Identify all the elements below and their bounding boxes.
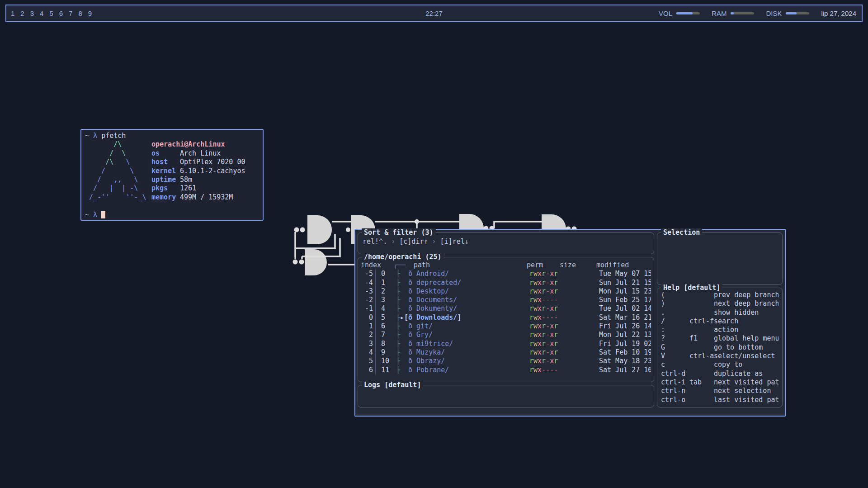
help-item: /ctrl-fsearch (661, 317, 778, 326)
file-table: index╭──pathpermsizemodified -50├ð Andro… (358, 257, 654, 374)
file-row-deprecated[interactable]: -41├ð deprecated/rwxr-xrSun Jul 21 15: (361, 279, 651, 287)
workspace-button-7[interactable]: 7 (69, 9, 72, 17)
file-row-Dokumenty[interactable]: -14├ð Dokumenty/rwxr-xrTue Jul 02 14: (361, 304, 651, 313)
file-rows: -50├ð Android/rwxr-xrTue May 07 15:-41├ð… (361, 270, 651, 374)
file-list-panel: /home/operachi (25) index╭──pathpermsize… (358, 257, 654, 382)
workspace-button-2[interactable]: 2 (20, 9, 24, 17)
help-item: ctrl-nnext selection (661, 387, 778, 395)
workspace-button-5[interactable]: 5 (49, 9, 53, 17)
file-row-Muzyka[interactable]: 49├ð Muzyka/rwxr-xrSat Feb 10 19: (361, 348, 651, 357)
column-perm: perm (527, 261, 560, 270)
meter-disk: DISK (766, 9, 809, 17)
fetch-info-row-kernel: kernel6.10.1-2-cachyos (151, 167, 245, 175)
prompt-line-2[interactable]: ~ λ (85, 211, 259, 219)
workspace-button-8[interactable]: 8 (78, 9, 82, 17)
fetch-user-host: operachi@ArchLinux (151, 140, 245, 149)
workspace-button-6[interactable]: 6 (59, 9, 63, 17)
help-item: ctrl-dduplicate as (661, 370, 778, 378)
clock: 22:27 (425, 9, 443, 17)
fetch-info-row-memory: memory499M / 15932M (151, 193, 245, 202)
meter-track (731, 12, 754, 14)
help-item: .show hidden (661, 308, 778, 317)
current-path-title: /home/operachi (25) (362, 253, 444, 261)
prompt-path: ~ (85, 132, 89, 140)
terminal-cursor (101, 211, 105, 218)
help-item: ctrl-itabnext visited pat (661, 378, 778, 387)
column-size: size (560, 261, 596, 270)
help-panel: Help [default] (prev deep branch)next de… (657, 288, 783, 407)
help-item: ccopy to (661, 360, 778, 369)
file-row-mi9trice[interactable]: 38├ð mi9trice/rwxr-xrFri Jul 19 02: (361, 340, 651, 348)
help-item: )next deep branch (661, 299, 778, 308)
file-table-header: index╭──pathpermsizemodified (361, 261, 651, 270)
top-bar: 123456789 22:27 VOLRAMDISKlip 27, 2024 (5, 5, 863, 22)
prompt-symbol: λ (93, 211, 97, 219)
file-row-Documents[interactable]: -23├ð Documents/rwx----Sun Feb 25 17: (361, 296, 651, 304)
file-row-Android[interactable]: -50├ð Android/rwxr-xrTue May 07 15: (361, 270, 651, 278)
xplr-window[interactable]: Sort & filter (3) rel!^. › [c]dir↑ › [i]… (354, 229, 786, 417)
workspace-button-4[interactable]: 4 (40, 9, 43, 17)
help-item: ?f1global help menu (661, 334, 778, 343)
fetch-info-row-uptime: uptime58m (151, 175, 245, 184)
prompt-symbol: λ (93, 132, 97, 140)
sort-filter-title: Sort & filter (3) (362, 228, 436, 237)
status-meters: VOLRAMDISKlip 27, 2024 (659, 9, 862, 17)
workspace-button-3[interactable]: 3 (30, 9, 34, 17)
column-path: path (414, 261, 527, 270)
help-item: ctrl-olast visited pat (661, 396, 778, 404)
file-row-git[interactable]: 16├ð git/rwxr-xrFri Jul 26 14: (361, 322, 651, 331)
file-row-Gry[interactable]: 27├ð Gry/rwxr-xrMon Jul 22 13: (361, 331, 651, 339)
workspace-button-1[interactable]: 1 (11, 9, 14, 17)
workspace-button-9[interactable]: 9 (88, 9, 92, 17)
help-item: Ggo to bottom (661, 343, 778, 352)
fetch-info-row-pkgs: pkgs1261 (151, 184, 245, 193)
help-items: (prev deep branch)next deep branch.show … (657, 288, 782, 404)
fetch-info: operachi@ArchLinux osArch LinuxhostOptiP… (151, 140, 245, 202)
file-row-Downloads[interactable]: 05├▸[ð Downloads/]rwx----Sat Mar 16 21: (361, 313, 651, 322)
prompt-line: ~ λ pfetch (85, 132, 259, 140)
meter-ram: RAM (712, 9, 754, 17)
selection-title: Selection (661, 228, 702, 237)
selection-panel: Selection (657, 232, 783, 285)
meter-track (786, 12, 809, 14)
logs-title: Logs [default] (362, 381, 423, 389)
arch-ascii-logo: /\ / \ /\ \ / \ / ,, \ / | | -\ /_-'' ''… (85, 140, 151, 202)
meter-vol: VOL (659, 9, 700, 17)
sort-filter-panel: Sort & filter (3) rel!^. › [c]dir↑ › [i]… (358, 232, 654, 254)
blank-line (85, 202, 259, 210)
logs-panel: Logs [default] (358, 385, 654, 407)
terminal-window[interactable]: ~ λ pfetch /\ / \ /\ \ / \ / ,, \ / | | … (80, 129, 264, 221)
fetch-info-row-os: osArch Linux (151, 149, 245, 158)
tree-corner-glyph: ╭── (393, 261, 414, 270)
help-item: Vctrl-aselect/unselect (661, 352, 778, 360)
column-modified: modified (596, 261, 651, 270)
fetch-info-rows: osArch LinuxhostOptiPlex 7020 00kernel6.… (151, 149, 245, 202)
date-display: lip 27, 2024 (821, 9, 856, 17)
meter-track (676, 12, 700, 14)
prompt-path: ~ (85, 211, 89, 219)
column-index: index (361, 261, 393, 270)
command-text: pfetch (101, 132, 126, 140)
file-row-Obrazy[interactable]: 510├ð Obrazy/rwxr-xrSat May 18 23: (361, 357, 651, 365)
fetch-info-row-host: hostOptiPlex 7020 00 (151, 158, 245, 166)
help-title: Help [default] (661, 284, 722, 292)
xplr-left-column: Sort & filter (3) rel!^. › [c]dir↑ › [i]… (358, 232, 654, 407)
workspace-switcher: 123456789 (6, 9, 92, 17)
file-row-Desktop[interactable]: -32├ð Desktop/rwxr-xrMon Jul 15 23: (361, 287, 651, 296)
pfetch-output: /\ / \ /\ \ / \ / ,, \ / | | -\ /_-'' ''… (85, 140, 259, 202)
file-row-Pobrane[interactable]: 611├ð Pobrane/rwx----Sat Jul 27 16: (361, 366, 651, 374)
help-item: :action (661, 326, 778, 334)
xplr-right-column: Selection Help [default] (prev deep bran… (657, 232, 783, 407)
